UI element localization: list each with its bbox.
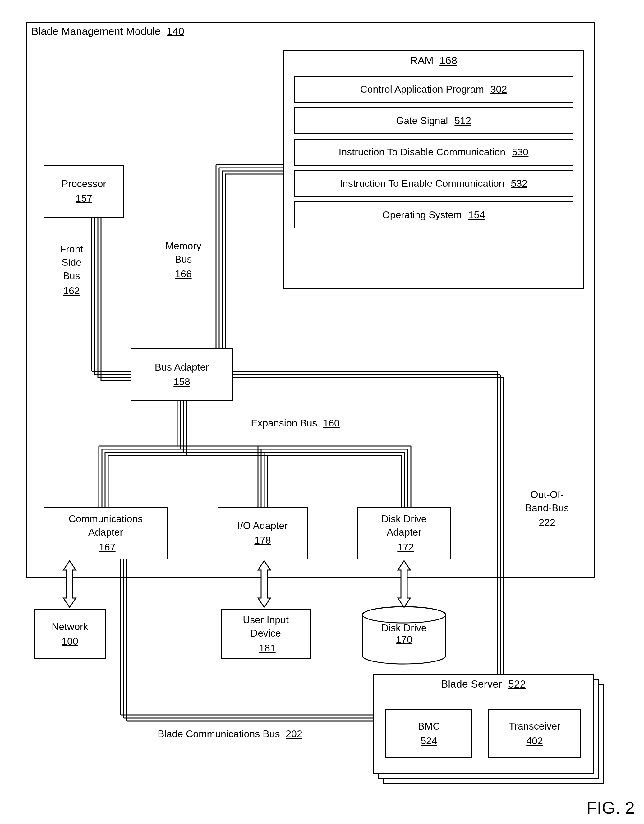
uid-ref: 181 xyxy=(259,641,275,655)
fsb-text: Front Side Bus xyxy=(60,243,83,281)
transceiver-label: Transceiver xyxy=(509,719,560,733)
bus-adapter-label: Bus Adapter xyxy=(155,361,209,374)
ram-item-disable: Instruction To Disable Communication 530 xyxy=(294,138,573,166)
ram-title-text: RAM xyxy=(410,54,433,66)
memory-bus-label: Memory Bus 166 xyxy=(158,239,208,281)
io-adapter-label: I/O Adapter xyxy=(237,519,288,532)
ram-item-os: Operating System 154 xyxy=(294,201,573,229)
ram-item-label: Gate Signal xyxy=(396,115,448,126)
network-ref: 100 xyxy=(61,635,78,648)
disk-drive-text: Disk Drive 170 xyxy=(361,622,447,645)
comm-adapter-box: Communications Adapter 167 xyxy=(43,507,168,560)
network-label: Network xyxy=(52,620,88,633)
ram-title: RAM 168 xyxy=(284,51,583,71)
membus-ref: 166 xyxy=(158,267,208,281)
processor-box: Processor 157 xyxy=(43,165,124,218)
processor-label: Processor xyxy=(61,177,106,191)
blade-server-label: Blade Server xyxy=(441,678,502,690)
ram-item-label: Operating System xyxy=(382,209,462,220)
bmc-box: BMC 524 xyxy=(386,709,472,758)
bmm-ref: 140 xyxy=(167,25,184,37)
uid-box: User Input Device 181 xyxy=(221,609,311,659)
bmc-ref: 524 xyxy=(421,734,437,747)
blade-server-ref: 522 xyxy=(508,678,526,690)
bladebus-ref: 202 xyxy=(286,728,302,739)
ram-item-enable: Instruction To Enable Communication 532 xyxy=(294,170,573,197)
blade-management-module-title: Blade Management Module 140 xyxy=(31,25,184,37)
ram-item-gate-signal: Gate Signal 512 xyxy=(294,107,573,134)
blade-server-title: Blade Server 522 xyxy=(374,678,593,690)
dd-adapter-box: Disk Drive Adapter 172 xyxy=(357,507,451,560)
ram-item-ref: 302 xyxy=(490,84,507,95)
comm-adapter-label: Communications Adapter xyxy=(69,512,143,539)
front-side-bus-label: Front Side Bus 162 xyxy=(53,243,90,297)
ram-item-ref: 154 xyxy=(469,209,485,220)
bus-adapter-box: Bus Adapter 158 xyxy=(131,348,233,401)
ram-item-ref: 512 xyxy=(454,115,471,126)
ram-item-label: Instruction To Enable Communication xyxy=(340,178,504,189)
io-adapter-ref: 178 xyxy=(254,534,271,547)
figure-label: FIG. 2 xyxy=(586,798,635,818)
ram-item-label: Control Application Program xyxy=(360,84,484,95)
disk-drive-ref: 170 xyxy=(396,634,412,645)
bmc-label: BMC xyxy=(418,719,440,733)
transceiver-ref: 402 xyxy=(526,734,543,747)
ram-box: RAM 168 Control Application Program 302 … xyxy=(283,50,584,289)
oobbus-text: Out-Of- Band-Bus xyxy=(525,489,569,513)
bus-adapter-ref: 158 xyxy=(174,375,190,389)
diagram-canvas: Blade Management Module 140 RAM 168 Cont… xyxy=(12,12,632,812)
uid-label: User Input Device xyxy=(243,613,289,640)
out-of-band-bus-label: Out-Of- Band-Bus 222 xyxy=(516,488,578,530)
ram-item-label: Instruction To Disable Communication xyxy=(339,146,506,158)
disk-drive-label: Disk Drive xyxy=(381,622,427,633)
oobbus-ref: 222 xyxy=(516,516,578,529)
processor-ref: 157 xyxy=(75,192,92,205)
membus-text: Memory Bus xyxy=(165,240,201,265)
ram-item-ref: 532 xyxy=(511,178,527,189)
dd-adapter-ref: 172 xyxy=(397,541,414,554)
network-box: Network 100 xyxy=(34,609,106,659)
comm-adapter-ref: 167 xyxy=(99,541,115,554)
disk-drive-cylinder: Disk Drive 170 xyxy=(361,606,447,665)
fsb-ref: 162 xyxy=(53,284,90,297)
bladebus-text: Blade Communications Bus xyxy=(158,728,280,739)
ram-ref: 168 xyxy=(440,54,457,66)
ram-item-ref: 530 xyxy=(512,146,529,158)
blade-communications-bus-label: Blade Communications Bus 202 xyxy=(137,727,323,741)
transceiver-box: Transceiver 402 xyxy=(488,709,581,758)
dd-adapter-label: Disk Drive Adapter xyxy=(381,512,427,539)
expbus-text: Expansion Bus xyxy=(251,417,317,429)
expansion-bus-label: Expansion Bus 160 xyxy=(230,417,361,430)
expbus-ref: 160 xyxy=(323,417,340,429)
io-adapter-box: I/O Adapter 178 xyxy=(218,507,308,560)
ram-item-control-app: Control Application Program 302 xyxy=(294,76,573,103)
bmm-title-text: Blade Management Module xyxy=(31,25,161,37)
